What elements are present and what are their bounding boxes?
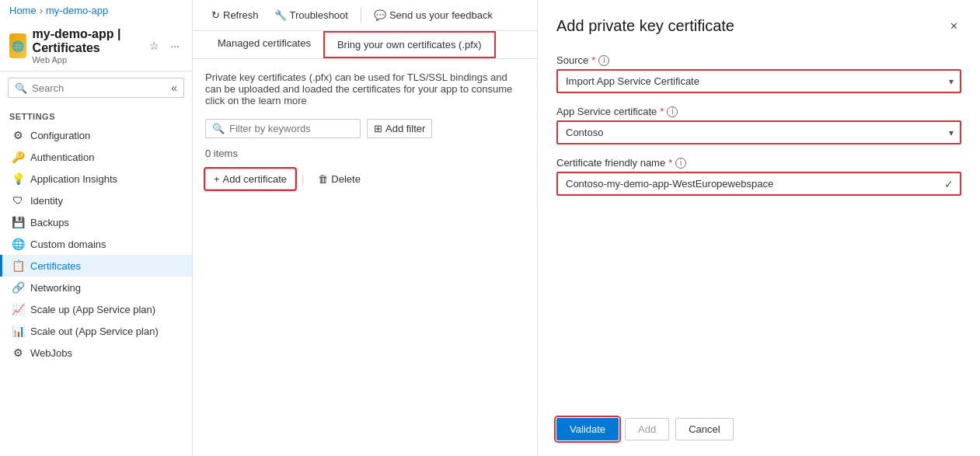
panel-footer: Validate Add Cancel (556, 402, 961, 440)
validate-button[interactable]: Validate (556, 418, 619, 440)
friendly-name-group: Certificate friendly name * i ✓ (556, 157, 961, 196)
collapse-sidebar-button[interactable]: « (171, 82, 177, 94)
troubleshoot-button[interactable]: 🔧 Troubleshoot (268, 6, 354, 24)
toolbar-divider (361, 8, 361, 23)
sidebar-item-certificates[interactable]: 📋 Certificates (0, 255, 192, 277)
source-group: Source * i Import App Service Certificat… (556, 54, 961, 93)
sidebar-item-authentication[interactable]: 🔑 Authentication (0, 146, 192, 168)
panel-close-button[interactable]: ✕ (947, 16, 961, 36)
networking-icon: 🔗 (12, 281, 24, 294)
panel-title: Add private key certificate (556, 17, 734, 35)
delete-button[interactable]: 🗑 Delete (310, 169, 368, 189)
items-count: 0 items (205, 148, 525, 159)
sidebar-item-configuration-label: Configuration (30, 130, 90, 141)
sidebar-item-scale-up-label: Scale up (App Service plan) (30, 304, 155, 315)
source-required: * (591, 54, 595, 66)
app-subtitle: Web App (33, 55, 141, 64)
sidebar-item-scale-up[interactable]: 📈 Scale up (App Service plan) (0, 298, 192, 320)
friendly-name-input[interactable] (556, 172, 961, 196)
search-icon: 🔍 (15, 82, 27, 94)
scale-up-icon: 📈 (12, 303, 24, 315)
toolbar: ↻ Refresh 🔧 Troubleshoot 💬 Send us your … (193, 0, 537, 31)
feedback-icon: 💬 (374, 9, 386, 21)
troubleshoot-icon: 🔧 (274, 9, 287, 21)
sidebar-item-scale-out[interactable]: 📊 Scale out (App Service plan) (0, 320, 192, 342)
sidebar-header: 🌐 my-demo-app | Certificates Web App ☆ ·… (0, 19, 192, 71)
filter-input-wrapper: 🔍 (205, 119, 361, 138)
custom-domains-icon: 🌐 (12, 238, 24, 250)
authentication-icon: 🔑 (12, 151, 24, 163)
add-filter-button[interactable]: ⊞ Add filter (367, 119, 432, 138)
configuration-icon: ⚙ (12, 129, 24, 141)
sidebar-item-backups[interactable]: 💾 Backups (0, 211, 192, 233)
sidebar-item-identity[interactable]: 🛡 Identity (0, 190, 192, 211)
sidebar: Home › my-demo-app 🌐 my-demo-app | Certi… (0, 0, 193, 456)
sidebar-item-app-insights[interactable]: 💡 Application Insights (0, 168, 192, 190)
tab-managed[interactable]: Managed certificates (205, 31, 323, 58)
friendly-name-required: * (668, 157, 672, 169)
favorite-icon[interactable]: ☆ (146, 38, 162, 54)
sidebar-item-authentication-label: Authentication (30, 151, 94, 163)
sidebar-item-custom-domains-label: Custom domains (30, 238, 106, 250)
cert-required: * (660, 106, 664, 117)
sidebar-item-scale-out-label: Scale out (App Service plan) (30, 325, 159, 337)
app-icon: 🌐 (9, 33, 26, 58)
main-content: ↻ Refresh 🔧 Troubleshoot 💬 Send us your … (193, 0, 537, 456)
panel-header: Add private key certificate ✕ (556, 16, 961, 36)
sidebar-item-custom-domains[interactable]: 🌐 Custom domains (0, 233, 192, 255)
scale-out-icon: 📊 (12, 325, 24, 337)
content-area: Private key certificates (.pfx) can be u… (193, 59, 537, 456)
sidebar-item-networking-label: Networking (30, 282, 81, 294)
add-button[interactable]: Add (625, 418, 669, 440)
breadcrumb-app[interactable]: my-demo-app (46, 5, 108, 16)
breadcrumb-home[interactable]: Home (9, 5, 37, 16)
source-label: Source * i (556, 54, 961, 66)
refresh-button[interactable]: ↻ Refresh (205, 6, 265, 24)
cancel-button[interactable]: Cancel (675, 418, 733, 440)
search-input[interactable] (32, 82, 166, 94)
source-info-icon[interactable]: i (598, 55, 609, 66)
more-options-icon[interactable]: ··· (167, 38, 183, 54)
friendly-name-input-wrapper: ✓ (556, 172, 961, 196)
filter-bar: 🔍 ⊞ Add filter (205, 119, 525, 138)
feedback-button[interactable]: 💬 Send us your feedback (368, 6, 499, 24)
add-filter-icon: ⊞ (374, 123, 382, 134)
sidebar-item-app-insights-label: Application Insights (30, 173, 117, 185)
filter-icon: 🔍 (212, 123, 225, 134)
tabs: Managed certificates Bring your own cert… (193, 31, 537, 59)
sidebar-item-configuration[interactable]: ⚙ Configuration (0, 124, 192, 146)
app-service-cert-group: App Service certificate * i Contoso ▾ (556, 106, 961, 144)
filter-input[interactable] (229, 123, 360, 134)
source-select-wrapper: Import App Service Certificate ▾ (556, 69, 961, 93)
friendly-name-label: Certificate friendly name * i (556, 157, 961, 169)
app-service-cert-label: App Service certificate * i (556, 106, 961, 117)
friendly-name-check-icon: ✓ (944, 178, 954, 190)
delete-icon: 🗑 (318, 173, 328, 185)
settings-section-label: Settings (0, 104, 192, 124)
app-name: my-demo-app | Certificates (33, 27, 141, 55)
backups-icon: 💾 (12, 216, 24, 228)
sidebar-item-networking[interactable]: 🔗 Networking (0, 277, 192, 298)
breadcrumb: Home › my-demo-app (0, 0, 192, 19)
action-bar: + Add certificate | 🗑 Delete (205, 169, 525, 190)
tab-own-certificates[interactable]: Bring your own certificates (.pfx) (323, 31, 496, 58)
add-cert-plus-icon: + (214, 173, 220, 185)
search-box: 🔍 « (8, 78, 184, 98)
identity-icon: 🛡 (12, 194, 24, 207)
sidebar-item-webjobs[interactable]: ⚙ WebJobs (0, 342, 192, 364)
add-certificate-button[interactable]: + Add certificate (205, 169, 295, 190)
app-service-cert-select[interactable]: Contoso (556, 120, 961, 144)
description: Private key certificates (.pfx) can be u… (205, 71, 525, 106)
right-panel: Add private key certificate ✕ Source * i… (537, 0, 980, 456)
app-insights-icon: 💡 (12, 172, 24, 185)
close-icon: ✕ (950, 20, 958, 32)
cert-select-wrapper: Contoso ▾ (556, 120, 961, 144)
certificates-icon: 📋 (12, 259, 24, 272)
source-select[interactable]: Import App Service Certificate (556, 69, 961, 93)
sidebar-item-webjobs-label: WebJobs (30, 347, 72, 359)
sidebar-item-backups-label: Backups (30, 217, 69, 228)
friendly-name-info-icon[interactable]: i (675, 158, 686, 169)
sidebar-item-certificates-label: Certificates (30, 260, 81, 272)
sidebar-item-identity-label: Identity (30, 195, 63, 207)
cert-info-icon[interactable]: i (667, 106, 678, 117)
